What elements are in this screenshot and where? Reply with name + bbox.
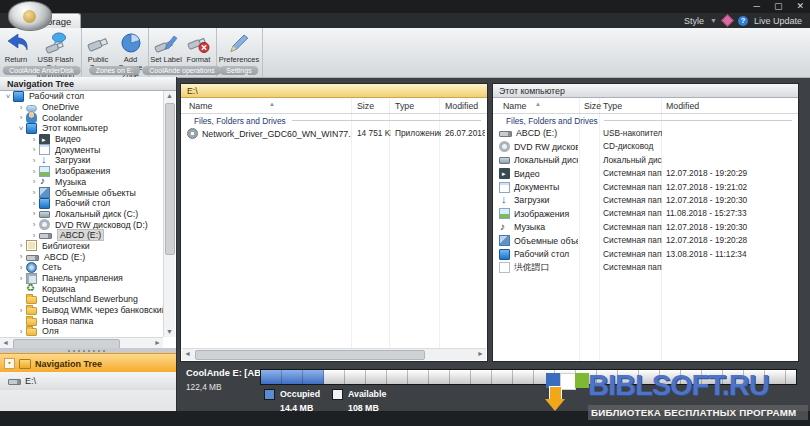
scroll-down-icon[interactable]: ▼ <box>164 327 175 337</box>
table-row[interactable]: ИзображенияСистемная папка11.08.2018 - 1… <box>493 207 798 220</box>
scroll-left-icon[interactable]: ◄ <box>0 338 11 348</box>
tree-item[interactable]: ›Изображения <box>0 166 163 177</box>
table-row[interactable]: ДокументыСистемная папка12.07.2018 - 19:… <box>493 181 798 194</box>
tree-item[interactable]: ›Объемные объекты <box>0 187 163 198</box>
navigation-tree: ˅Рабочий стол›OneDrive›Coolander˅Этот ко… <box>0 91 163 337</box>
collapse-arrow-icon[interactable]: ˅ <box>3 92 13 101</box>
tree-item[interactable]: Deutschland Bewerbung <box>0 294 163 305</box>
minimize-icon[interactable]: ─ <box>754 0 760 13</box>
chevron-down-icon[interactable]: ▼ <box>710 17 717 24</box>
drive-e-bar[interactable]: E:\ <box>0 372 176 391</box>
column-header-modified[interactable]: Modified <box>445 101 478 111</box>
table-row[interactable]: ABCD (E:)USB-накопитель <box>493 127 798 140</box>
tree-item[interactable]: ›ABCD (E:) <box>0 230 163 241</box>
help-icon[interactable]: ? <box>738 16 748 26</box>
panel-horizontal-scrollbar[interactable]: ◄ ► <box>182 348 486 360</box>
expand-arrow-icon[interactable]: › <box>16 274 26 283</box>
column-header-type[interactable]: Type <box>395 101 414 111</box>
expand-arrow-icon[interactable]: › <box>16 241 26 250</box>
table-row[interactable]: МузыкаСистемная папка12.07.2018 - 19:20:… <box>493 221 798 234</box>
scroll-up-icon[interactable]: ▲ <box>164 91 175 101</box>
table-row[interactable]: Локальный диск (C:)Локальный диск <box>493 154 798 167</box>
tree-item[interactable]: ›Сеть <box>0 262 163 273</box>
file-name-cell: Рабочий стол <box>499 249 578 260</box>
expand-arrow-icon[interactable]: › <box>29 220 39 229</box>
maximize-icon[interactable]: ▢ <box>774 0 783 13</box>
expand-arrow-icon[interactable]: › <box>29 145 39 154</box>
docblank-icon <box>499 262 510 273</box>
scroll-right-icon[interactable]: ► <box>152 338 163 348</box>
tree-item[interactable]: ›Панель управления <box>0 273 163 284</box>
expand-arrow-icon[interactable]: › <box>16 113 26 122</box>
tree-item[interactable]: Новая папка <box>0 315 163 326</box>
panel-title-computer[interactable]: Этот компьютер <box>493 84 798 98</box>
expand-arrow-icon[interactable]: › <box>29 188 39 197</box>
scrollbar-thumb[interactable] <box>165 103 175 255</box>
drive-e-bar-label: E:\ <box>25 376 36 386</box>
tree-item[interactable]: ˅Этот компьютер <box>0 123 163 134</box>
video-icon <box>39 134 50 145</box>
expand-arrow-icon[interactable]: › <box>29 135 39 144</box>
tree-item[interactable]: ›Музыка <box>0 177 163 188</box>
occupied-label: Occupied <box>280 389 320 399</box>
expand-arrow-icon[interactable]: › <box>16 327 26 336</box>
expand-arrow-icon[interactable]: › <box>29 167 39 176</box>
file-name-cell: Видео <box>499 168 578 179</box>
ribbon-group-operations: Set Label Format CoolAnde operations <box>148 28 217 77</box>
tree-item[interactable]: ›Coolander <box>0 112 163 123</box>
style-color-icon[interactable] <box>721 14 734 27</box>
expand-arrow-icon[interactable]: › <box>16 263 26 272</box>
tree-item[interactable]: Корзина <box>0 283 163 294</box>
tree-item[interactable]: ›Вывод WMK через банковский перевод <box>0 305 163 316</box>
monitor-icon <box>13 91 24 102</box>
file-name: Объемные объекты <box>514 236 578 246</box>
column-header-name[interactable]: Name <box>189 101 212 111</box>
tree-item[interactable]: ›Оля <box>0 326 163 337</box>
file-name-cell: Музыка <box>499 222 578 233</box>
tree-item[interactable]: ›OneDrive <box>0 102 163 113</box>
column-header-size[interactable]: Size <box>357 101 374 111</box>
table-row[interactable]: Network_Driver_GDC60_WN_WIN77.53.216.2_A… <box>181 127 487 140</box>
scrollbar-thumb[interactable] <box>195 350 425 360</box>
tree-item[interactable]: ›Документы <box>0 144 163 155</box>
monitor-icon <box>39 198 50 209</box>
file-modified-cell: 26.07.2018 - 15: <box>445 128 485 138</box>
expand-arrow-icon[interactable]: › <box>16 103 26 112</box>
panel-title-e[interactable]: E:\ <box>181 84 487 98</box>
tree-item[interactable]: ›Рабочий стол <box>0 198 163 209</box>
tree-item[interactable]: ˅Рабочий стол <box>0 91 163 102</box>
expand-arrow-icon[interactable]: › <box>29 177 39 186</box>
live-update-button[interactable]: Live Update <box>754 16 802 26</box>
table-row[interactable]: 垬侂謂口Системная папка <box>493 261 798 274</box>
collapse-toggle-icon[interactable]: ▪ <box>4 358 15 369</box>
tree-item[interactable]: ›ABCD (E:) <box>0 251 163 262</box>
expand-arrow-icon[interactable]: › <box>29 231 39 240</box>
column-header-modified[interactable]: Modified <box>666 101 699 111</box>
scroll-left-icon[interactable]: ◄ <box>182 349 193 359</box>
expand-arrow-icon[interactable]: › <box>16 306 26 315</box>
table-row[interactable]: ЗагрузкиСистемная папка12.07.2018 - 19:2… <box>493 194 798 207</box>
tree-item[interactable]: ›Загрузки <box>0 155 163 166</box>
app-orb-button[interactable] <box>8 1 52 31</box>
navigation-tree-bar[interactable]: ▪ Navigation Tree <box>0 353 176 374</box>
style-menu[interactable]: Style <box>684 16 704 26</box>
table-row[interactable]: DVD RW дисковод (D:)CD-дисковод <box>493 140 798 153</box>
column-header-type[interactable]: Type <box>603 101 622 111</box>
scroll-right-icon[interactable]: ► <box>475 349 486 359</box>
tree-vertical-scrollbar[interactable]: ▲ ▼ <box>163 91 175 337</box>
sort-caret-icon[interactable]: ▲ <box>535 101 541 107</box>
tree-item[interactable]: ›Видео <box>0 134 163 145</box>
close-icon[interactable]: ✕ <box>796 0 804 13</box>
sort-caret-icon[interactable]: ▲ <box>269 101 275 107</box>
expand-arrow-icon[interactable]: › <box>29 199 39 208</box>
expand-arrow-icon[interactable]: › <box>29 156 39 165</box>
column-header-name[interactable]: Name <box>503 101 526 111</box>
table-row[interactable]: Рабочий столСистемная папка13.08.2018 - … <box>493 248 798 261</box>
collapse-arrow-icon[interactable]: ˅ <box>16 124 26 133</box>
tree-item[interactable]: ›Локальный диск (C:) <box>0 209 163 220</box>
table-row[interactable]: ВидеоСистемная папка12.07.2018 - 19:20:2… <box>493 167 798 180</box>
expand-arrow-icon[interactable]: › <box>29 209 39 218</box>
table-row[interactable]: Объемные объектыСистемная папка12.07.201… <box>493 234 798 247</box>
expand-arrow-icon[interactable]: › <box>16 252 26 261</box>
tree-item[interactable]: ›Библиотеки <box>0 241 163 252</box>
